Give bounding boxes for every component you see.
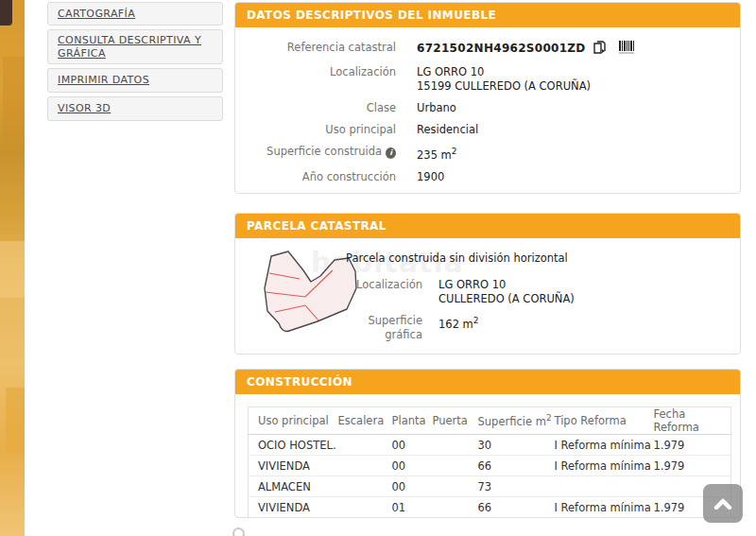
cell-fecha-reforma: 1.979 bbox=[654, 456, 731, 476]
field-value: 162 m2 bbox=[438, 314, 479, 342]
cell-planta: 00 bbox=[392, 435, 433, 456]
field-label: Localización bbox=[346, 278, 422, 306]
cell-planta: 00 bbox=[392, 476, 433, 497]
localizacion-line1: LG ORRO 10 bbox=[417, 65, 591, 79]
referencia-value: 6721502NH4962S0001ZD bbox=[417, 42, 586, 55]
photo-texture bbox=[3, 57, 25, 142]
chevron-up-icon bbox=[713, 498, 732, 510]
cell-superficie: 73 bbox=[478, 476, 555, 497]
field-value: LG ORRO 10 CULLEREDO (A CORUÑA) bbox=[438, 278, 575, 306]
sidebar-button-visor-3d[interactable]: VISOR 3D bbox=[47, 96, 223, 121]
field-value: Residencial bbox=[417, 123, 478, 137]
field-label: Referencia catastral bbox=[235, 41, 396, 58]
field-superficie-construida: Superficie construidai 235 m2 bbox=[235, 145, 740, 163]
cell-uso: VIVIENDA bbox=[249, 497, 338, 518]
field-parcela-localizacion: Localización LG ORRO 10 CULLEREDO (A COR… bbox=[346, 278, 724, 306]
cell-puerta bbox=[433, 476, 478, 497]
cell-puerta bbox=[433, 456, 478, 476]
field-value: LG ORRO 10 15199 CULLEREDO (A CORUÑA) bbox=[417, 65, 591, 94]
scroll-to-top-button[interactable] bbox=[703, 484, 743, 523]
copy-icon[interactable] bbox=[593, 41, 606, 58]
sidebar-button-imprimir-datos[interactable]: IMPRIMIR DATOS bbox=[47, 68, 223, 93]
photo-texture bbox=[0, 241, 25, 298]
sidebar-button-label: VISOR 3D bbox=[58, 102, 111, 115]
cell-uso: ALMACEN bbox=[249, 476, 338, 497]
field-referencia-catastral: Referencia catastral 6721502NH4962S0001Z… bbox=[235, 41, 740, 58]
field-localizacion: Localización LG ORRO 10 15199 CULLEREDO … bbox=[235, 65, 740, 94]
sidebar-button-label: CARTOGRAFÍA bbox=[58, 8, 135, 21]
field-value: 6721502NH4962S0001ZD bbox=[417, 41, 634, 58]
cell-superficie: 66 bbox=[478, 456, 555, 476]
col-uso-principal: Uso principal bbox=[249, 407, 338, 435]
localizacion-line2: 15199 CULLEREDO (A CORUÑA) bbox=[417, 79, 591, 94]
cell-planta: 01 bbox=[392, 497, 433, 518]
field-clase: Clase Urbano bbox=[235, 101, 740, 115]
photo-dark-building bbox=[0, 0, 12, 26]
field-label: Localización bbox=[235, 65, 396, 94]
table-row: VIVIENDA 01 66 I Reforma mínima 1.979 bbox=[249, 497, 731, 518]
cell-uso: OCIO HOSTEL. bbox=[249, 435, 338, 456]
field-anio-construccion: Año construcción 1900 bbox=[235, 170, 740, 184]
construccion-table: Uso principal Escalera Planta Puerta Sup… bbox=[248, 406, 731, 518]
cell-escalera bbox=[338, 456, 392, 476]
col-planta: Planta bbox=[392, 407, 433, 435]
field-uso-principal: Uso principal Residencial bbox=[235, 123, 740, 137]
cell-puerta bbox=[433, 435, 478, 456]
background-photo-strip bbox=[0, 0, 25, 536]
col-tipo-reforma: Tipo Reforma bbox=[555, 407, 654, 435]
cell-tipo-reforma: I Reforma mínima bbox=[555, 435, 654, 456]
field-value: 235 m2 bbox=[417, 145, 457, 163]
field-label: Superficie gráfica bbox=[346, 314, 422, 342]
panel-construccion: CONSTRUCCIÓN Uso principal Escalera Plan… bbox=[234, 369, 741, 518]
photo-texture bbox=[6, 388, 25, 454]
barcode-icon[interactable] bbox=[619, 41, 634, 58]
cell-tipo-reforma: I Reforma mínima bbox=[555, 456, 654, 476]
parcela-localizacion-line2: CULLEREDO (A CORUÑA) bbox=[438, 292, 575, 306]
panel-title: DATOS DESCRIPTIVOS DEL INMUEBLE bbox=[235, 3, 740, 27]
col-fecha-reforma: Fecha Reforma bbox=[654, 407, 731, 435]
cell-uso: VIVIENDA bbox=[249, 456, 338, 476]
cell-escalera bbox=[338, 497, 392, 518]
field-label: Superficie construidai bbox=[235, 145, 396, 163]
cell-escalera bbox=[338, 435, 392, 456]
cell-tipo-reforma bbox=[555, 476, 654, 497]
cell-superficie: 66 bbox=[478, 497, 555, 518]
col-superficie: Superficie m2 bbox=[478, 407, 555, 435]
cell-superficie: 30 bbox=[478, 435, 555, 456]
cell-escalera bbox=[338, 476, 392, 497]
sidebar-button-label: IMPRIMIR DATOS bbox=[58, 74, 149, 87]
sidebar-button-label: CONSULTA DESCRIPTIVA Y GRÁFICA bbox=[58, 34, 213, 61]
field-label: Clase bbox=[235, 101, 396, 115]
panel-parcela-catastral: PARCELA CATASTRAL habitatia Parcela cons… bbox=[234, 213, 741, 354]
page: CARTOGRAFÍA CONSULTA DESCRIPTIVA Y GRÁFI… bbox=[0, 0, 756, 536]
cell-fecha-reforma: 1.979 bbox=[654, 435, 731, 456]
cell-puerta bbox=[433, 497, 478, 518]
col-escalera: Escalera bbox=[338, 407, 392, 435]
cell-tipo-reforma: I Reforma mínima bbox=[555, 497, 654, 518]
bottom-edge-widget bbox=[232, 527, 245, 536]
panel-title: CONSTRUCCIÓN bbox=[235, 370, 740, 394]
cell-planta: 00 bbox=[392, 456, 433, 476]
field-label: Uso principal bbox=[235, 123, 396, 137]
panel-title: PARCELA CATASTRAL bbox=[235, 214, 740, 238]
panel-datos-inmueble: DATOS DESCRIPTIVOS DEL INMUEBLE Referenc… bbox=[234, 2, 741, 194]
col-puerta: Puerta bbox=[433, 407, 478, 435]
table-row: ALMACEN 00 73 bbox=[249, 476, 731, 497]
field-value: 1900 bbox=[417, 170, 444, 184]
field-value: Urbano bbox=[417, 101, 456, 115]
sidebar-button-consulta-descriptiva[interactable]: CONSULTA DESCRIPTIVA Y GRÁFICA bbox=[47, 29, 223, 64]
table-header-row: Uso principal Escalera Planta Puerta Sup… bbox=[249, 407, 731, 435]
table-row: OCIO HOSTEL. 00 30 I Reforma mínima 1.97… bbox=[249, 435, 731, 456]
parcela-localizacion-line1: LG ORRO 10 bbox=[438, 278, 575, 292]
field-superficie-grafica: Superficie gráfica 162 m2 bbox=[346, 314, 724, 342]
sidebar-button-cartografia[interactable]: CARTOGRAFÍA bbox=[47, 2, 223, 26]
table-row: VIVIENDA 00 66 I Reforma mínima 1.979 bbox=[249, 456, 731, 476]
parcel-note: Parcela construida sin división horizont… bbox=[346, 251, 724, 266]
field-label: Año construcción bbox=[235, 170, 396, 184]
info-icon[interactable]: i bbox=[386, 147, 396, 159]
